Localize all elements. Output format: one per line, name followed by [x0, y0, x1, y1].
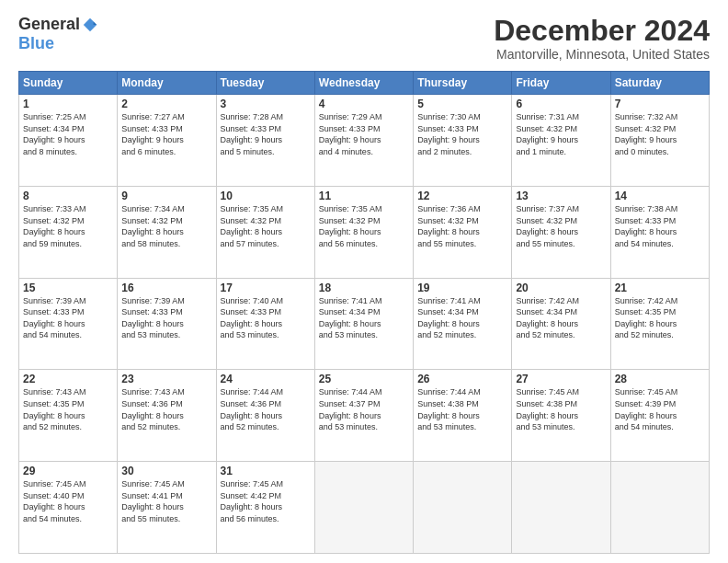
- day-info: Sunrise: 7:45 AM Sunset: 4:38 PM Dayligh…: [516, 386, 606, 432]
- day-number: 4: [319, 98, 409, 110]
- day-number: 1: [23, 98, 113, 110]
- day-number: 19: [417, 282, 507, 294]
- calendar-cell: 24Sunrise: 7:44 AM Sunset: 4:36 PM Dayli…: [216, 370, 314, 462]
- day-info: Sunrise: 7:34 AM Sunset: 4:32 PM Dayligh…: [121, 203, 211, 249]
- calendar-cell: 31Sunrise: 7:45 AM Sunset: 4:42 PM Dayli…: [216, 462, 314, 554]
- title-area: December 2024 Mantorville, Minnesota, Un…: [494, 15, 710, 62]
- day-info: Sunrise: 7:42 AM Sunset: 4:35 PM Dayligh…: [615, 295, 705, 341]
- day-info: Sunrise: 7:44 AM Sunset: 4:36 PM Dayligh…: [221, 386, 311, 432]
- calendar-cell: [610, 462, 709, 554]
- calendar-cell: [414, 462, 512, 554]
- month-title: December 2024: [494, 15, 710, 47]
- day-number: 21: [615, 282, 705, 294]
- day-info: Sunrise: 7:38 AM Sunset: 4:33 PM Dayligh…: [615, 203, 705, 249]
- day-info: Sunrise: 7:45 AM Sunset: 4:40 PM Dayligh…: [23, 478, 113, 524]
- day-info: Sunrise: 7:40 AM Sunset: 4:33 PM Dayligh…: [221, 295, 311, 341]
- day-number: 9: [121, 190, 211, 202]
- day-info: Sunrise: 7:32 AM Sunset: 4:32 PM Dayligh…: [615, 111, 705, 157]
- logo-icon: [82, 17, 98, 33]
- day-info: Sunrise: 7:44 AM Sunset: 4:38 PM Dayligh…: [417, 386, 507, 432]
- day-info: Sunrise: 7:44 AM Sunset: 4:37 PM Dayligh…: [319, 386, 409, 432]
- day-info: Sunrise: 7:30 AM Sunset: 4:33 PM Dayligh…: [417, 111, 507, 157]
- header: General Blue December 2024 Mantorville, …: [18, 15, 710, 62]
- calendar-cell: 17Sunrise: 7:40 AM Sunset: 4:33 PM Dayli…: [216, 278, 314, 370]
- day-number: 18: [319, 282, 409, 294]
- calendar-cell: [314, 462, 413, 554]
- day-number: 20: [516, 282, 606, 294]
- day-number: 15: [23, 282, 113, 294]
- col-monday: Monday: [118, 72, 216, 95]
- col-saturday: Saturday: [610, 72, 709, 95]
- calendar-cell: 14Sunrise: 7:38 AM Sunset: 4:33 PM Dayli…: [610, 186, 709, 278]
- day-info: Sunrise: 7:27 AM Sunset: 4:33 PM Dayligh…: [121, 111, 211, 157]
- day-number: 25: [319, 373, 409, 385]
- col-thursday: Thursday: [414, 72, 512, 95]
- day-number: 5: [417, 98, 507, 110]
- day-info: Sunrise: 7:28 AM Sunset: 4:33 PM Dayligh…: [221, 111, 311, 157]
- calendar-cell: 20Sunrise: 7:42 AM Sunset: 4:34 PM Dayli…: [512, 278, 610, 370]
- day-number: 10: [221, 190, 311, 202]
- calendar-cell: 5Sunrise: 7:30 AM Sunset: 4:33 PM Daylig…: [414, 95, 512, 187]
- day-number: 17: [221, 282, 311, 294]
- calendar-cell: 21Sunrise: 7:42 AM Sunset: 4:35 PM Dayli…: [610, 278, 709, 370]
- day-number: 3: [221, 98, 311, 110]
- day-info: Sunrise: 7:37 AM Sunset: 4:32 PM Dayligh…: [516, 203, 606, 249]
- day-info: Sunrise: 7:29 AM Sunset: 4:33 PM Dayligh…: [319, 111, 409, 157]
- calendar-cell: 8Sunrise: 7:33 AM Sunset: 4:32 PM Daylig…: [19, 186, 118, 278]
- day-info: Sunrise: 7:45 AM Sunset: 4:41 PM Dayligh…: [121, 478, 211, 524]
- day-info: Sunrise: 7:35 AM Sunset: 4:32 PM Dayligh…: [221, 203, 311, 249]
- calendar-cell: 6Sunrise: 7:31 AM Sunset: 4:32 PM Daylig…: [512, 95, 610, 187]
- calendar-cell: 22Sunrise: 7:43 AM Sunset: 4:35 PM Dayli…: [19, 370, 118, 462]
- calendar-cell: 4Sunrise: 7:29 AM Sunset: 4:33 PM Daylig…: [314, 95, 413, 187]
- calendar-cell: 11Sunrise: 7:35 AM Sunset: 4:32 PM Dayli…: [314, 186, 413, 278]
- day-number: 28: [615, 373, 705, 385]
- day-number: 6: [516, 98, 606, 110]
- logo: General Blue: [18, 15, 98, 53]
- col-tuesday: Tuesday: [216, 72, 314, 95]
- day-number: 8: [23, 190, 113, 202]
- day-number: 30: [121, 465, 211, 477]
- day-number: 27: [516, 373, 606, 385]
- day-number: 22: [23, 373, 113, 385]
- calendar-cell: 29Sunrise: 7:45 AM Sunset: 4:40 PM Dayli…: [19, 462, 118, 554]
- calendar-cell: 30Sunrise: 7:45 AM Sunset: 4:41 PM Dayli…: [118, 462, 216, 554]
- page: General Blue December 2024 Mantorville, …: [0, 0, 728, 563]
- day-info: Sunrise: 7:43 AM Sunset: 4:35 PM Dayligh…: [23, 386, 113, 432]
- calendar-cell: 28Sunrise: 7:45 AM Sunset: 4:39 PM Dayli…: [610, 370, 709, 462]
- day-info: Sunrise: 7:33 AM Sunset: 4:32 PM Dayligh…: [23, 203, 113, 249]
- day-number: 7: [615, 98, 705, 110]
- calendar-cell: 9Sunrise: 7:34 AM Sunset: 4:32 PM Daylig…: [118, 186, 216, 278]
- calendar-cell: 13Sunrise: 7:37 AM Sunset: 4:32 PM Dayli…: [512, 186, 610, 278]
- calendar-cell: 26Sunrise: 7:44 AM Sunset: 4:38 PM Dayli…: [414, 370, 512, 462]
- col-friday: Friday: [512, 72, 610, 95]
- day-info: Sunrise: 7:39 AM Sunset: 4:33 PM Dayligh…: [23, 295, 113, 341]
- day-number: 31: [221, 465, 311, 477]
- calendar-row-3: 15Sunrise: 7:39 AM Sunset: 4:33 PM Dayli…: [19, 278, 710, 370]
- day-info: Sunrise: 7:36 AM Sunset: 4:32 PM Dayligh…: [417, 203, 507, 249]
- calendar-cell: 12Sunrise: 7:36 AM Sunset: 4:32 PM Dayli…: [414, 186, 512, 278]
- col-sunday: Sunday: [19, 72, 118, 95]
- calendar-table: Sunday Monday Tuesday Wednesday Thursday…: [18, 71, 710, 554]
- day-number: 14: [615, 190, 705, 202]
- day-number: 26: [417, 373, 507, 385]
- calendar-cell: [512, 462, 610, 554]
- day-info: Sunrise: 7:31 AM Sunset: 4:32 PM Dayligh…: [516, 111, 606, 157]
- day-number: 16: [121, 282, 211, 294]
- calendar-cell: 25Sunrise: 7:44 AM Sunset: 4:37 PM Dayli…: [314, 370, 413, 462]
- day-number: 23: [121, 373, 211, 385]
- calendar-cell: 18Sunrise: 7:41 AM Sunset: 4:34 PM Dayli…: [314, 278, 413, 370]
- logo-text: General: [18, 15, 98, 34]
- calendar-cell: 23Sunrise: 7:43 AM Sunset: 4:36 PM Dayli…: [118, 370, 216, 462]
- day-info: Sunrise: 7:45 AM Sunset: 4:39 PM Dayligh…: [615, 386, 705, 432]
- calendar-cell: 15Sunrise: 7:39 AM Sunset: 4:33 PM Dayli…: [19, 278, 118, 370]
- day-number: 11: [319, 190, 409, 202]
- calendar-cell: 2Sunrise: 7:27 AM Sunset: 4:33 PM Daylig…: [118, 95, 216, 187]
- day-info: Sunrise: 7:35 AM Sunset: 4:32 PM Dayligh…: [319, 203, 409, 249]
- day-info: Sunrise: 7:39 AM Sunset: 4:33 PM Dayligh…: [121, 295, 211, 341]
- day-info: Sunrise: 7:25 AM Sunset: 4:34 PM Dayligh…: [23, 111, 113, 157]
- calendar-cell: 10Sunrise: 7:35 AM Sunset: 4:32 PM Dayli…: [216, 186, 314, 278]
- header-row: Sunday Monday Tuesday Wednesday Thursday…: [19, 72, 710, 95]
- calendar-cell: 3Sunrise: 7:28 AM Sunset: 4:33 PM Daylig…: [216, 95, 314, 187]
- calendar-row-5: 29Sunrise: 7:45 AM Sunset: 4:40 PM Dayli…: [19, 462, 710, 554]
- day-info: Sunrise: 7:41 AM Sunset: 4:34 PM Dayligh…: [319, 295, 409, 341]
